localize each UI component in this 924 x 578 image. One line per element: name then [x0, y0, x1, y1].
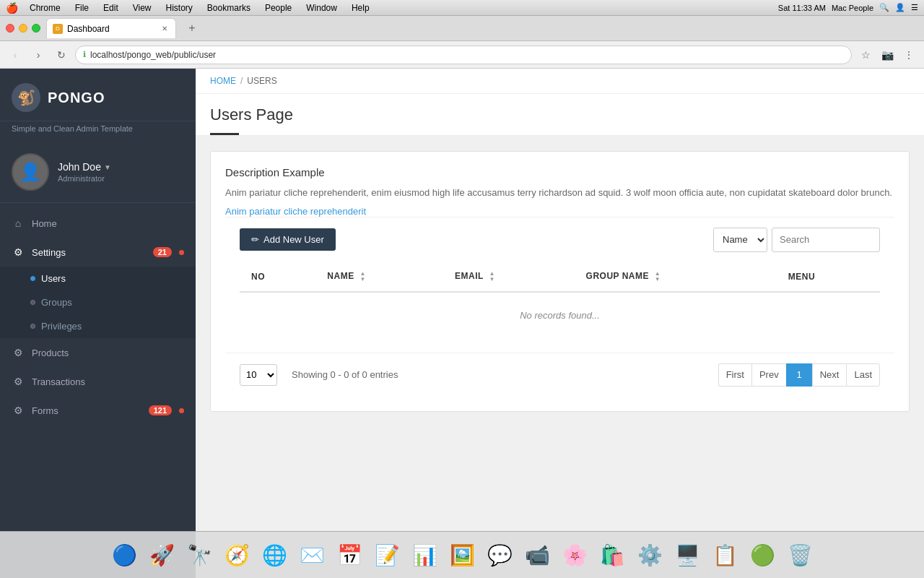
dock-photos[interactable]: 🌸 — [557, 538, 592, 572]
col-menu: MENU — [777, 262, 880, 292]
no-records-message: No records found... — [240, 292, 880, 338]
description-link[interactable]: Anim pariatur cliche reprehenderit — [225, 206, 366, 217]
lock-icon: ℹ — [83, 50, 86, 59]
add-new-user-button[interactable]: ✏ Add New User — [240, 228, 336, 251]
pagination-next-button[interactable]: Next — [812, 363, 847, 387]
screenshot-icon[interactable]: 📷 — [878, 46, 897, 64]
back-button[interactable]: ‹ — [6, 46, 25, 64]
reload-button[interactable]: ↻ — [52, 46, 71, 64]
breadcrumb-home[interactable]: HOME — [210, 76, 236, 86]
sidebar-item-groups[interactable]: Groups — [0, 290, 196, 314]
sidebar-item-products[interactable]: ⚙ Products — [0, 338, 196, 367]
search-input[interactable] — [772, 228, 880, 252]
menubar-search-icon[interactable]: 🔍 — [879, 3, 889, 12]
group-sort-down-icon: ▼ — [655, 277, 661, 282]
brand-tagline: Simple and Clean Admin Template — [0, 121, 196, 142]
dock-finder[interactable]: 🔵 — [107, 538, 141, 572]
menu-people[interactable]: People — [262, 3, 295, 13]
window-maximize-button[interactable] — [32, 24, 40, 33]
menu-view[interactable]: View — [130, 3, 154, 13]
menu-bookmarks[interactable]: Bookmarks — [204, 3, 253, 13]
pagination-page-1-button[interactable]: 1 — [786, 363, 812, 387]
table-header-row: NO NAME ▲ ▼ — [240, 262, 880, 292]
email-sort-down-icon: ▼ — [489, 277, 495, 282]
menu-window[interactable]: Window — [303, 3, 340, 13]
apple-menu-icon[interactable]: 🍎 — [6, 2, 18, 14]
sidebar-item-settings[interactable]: ⚙ Settings 21 — [0, 238, 196, 267]
sidebar-user[interactable]: 👤 John Doe ▼ Administrator — [0, 142, 196, 203]
main-content: HOME / USERS Users Page Description Exam… — [196, 69, 924, 578]
chrome-tab-dashboard[interactable]: D Dashboard ✕ — [46, 18, 176, 38]
dock-slides[interactable]: 🖼️ — [445, 538, 479, 572]
sidebar-item-forms-label: Forms — [32, 405, 141, 416]
dock-trash[interactable]: 🗑️ — [783, 538, 817, 572]
sidebar-item-privileges[interactable]: Privileges — [0, 314, 196, 338]
table-search: Name Email Group — [713, 228, 880, 252]
dock-messages[interactable]: 💬 — [482, 538, 517, 572]
pagination-prev-button[interactable]: Prev — [751, 363, 786, 387]
new-tab-button[interactable]: + — [182, 18, 202, 38]
pagination-first-button[interactable]: First — [718, 363, 751, 387]
home-icon: ⌂ — [12, 217, 25, 229]
brand-name: PONGO — [48, 90, 105, 106]
menu-help[interactable]: Help — [349, 3, 372, 13]
window-close-button[interactable] — [6, 24, 14, 33]
add-button-label: Add New User — [263, 234, 324, 245]
chrome-titlebar: D Dashboard ✕ + — [0, 16, 924, 41]
description-text: Anim pariatur cliche reprehenderit, enim… — [225, 186, 894, 200]
sidebar: 🐒 PONGO Simple and Clean Admin Template … — [0, 69, 196, 578]
col-email[interactable]: EMAIL ▲ ▼ — [443, 262, 574, 292]
menubar-user-icon[interactable]: 👤 — [895, 3, 905, 12]
search-column-select[interactable]: Name Email Group — [713, 228, 767, 252]
forms-badge: 121 — [149, 405, 172, 415]
address-bar[interactable]: ℹ localhost/pongo_web/public/user — [75, 46, 852, 64]
dock-launchpad[interactable]: 🚀 — [144, 538, 179, 572]
forward-button[interactable]: › — [29, 46, 48, 64]
col-group-name[interactable]: GROUP NAME ▲ ▼ — [575, 262, 777, 292]
dock-excel[interactable]: 📊 — [407, 538, 442, 572]
settings-dot — [179, 250, 184, 255]
page-title-underline — [210, 133, 239, 135]
breadcrumb-users: USERS — [247, 76, 276, 86]
menu-file[interactable]: File — [72, 3, 92, 13]
dock-mail[interactable]: ✉️ — [295, 538, 329, 572]
bookmark-star-icon[interactable]: ☆ — [856, 46, 875, 64]
sidebar-item-users[interactable]: Users — [0, 267, 196, 290]
sidebar-item-home[interactable]: ⌂ Home — [0, 209, 196, 238]
menu-history[interactable]: History — [163, 3, 196, 13]
menubar-menu-icon[interactable]: ☰ — [911, 3, 918, 12]
user-role: Administrator — [58, 174, 184, 183]
pagination-controls: First Prev 1 Next Last — [718, 363, 880, 387]
menubar-appname: Mac People — [832, 4, 873, 12]
user-avatar: 👤 — [12, 153, 49, 191]
col-no: NO — [240, 262, 315, 292]
menu-edit[interactable]: Edit — [100, 3, 121, 13]
dock-chrome[interactable]: 🌐 — [257, 538, 292, 572]
table-toolbar: ✏ Add New User Name Email Group — [225, 217, 894, 262]
dock-safari[interactable]: 🧭 — [219, 538, 254, 572]
dock-dashboard[interactable]: 🔭 — [182, 538, 217, 572]
settings-subnav: Users Groups Privileges — [0, 267, 196, 338]
privileges-label: Privileges — [41, 321, 82, 332]
col-name[interactable]: NAME ▲ ▼ — [315, 262, 443, 292]
dock-terminal[interactable]: 🖥️ — [670, 538, 705, 572]
sidebar-item-transactions[interactable]: ⚙ Transactions — [0, 367, 196, 396]
dock-appstore[interactable]: 🛍️ — [595, 538, 629, 572]
app-container: 🐒 PONGO Simple and Clean Admin Template … — [0, 69, 924, 578]
chrome-menu-icon[interactable]: ⋮ — [899, 46, 918, 64]
dock-facetime[interactable]: 📹 — [520, 538, 554, 572]
window-minimize-button[interactable] — [19, 24, 27, 33]
settings-badge: 21 — [153, 247, 172, 257]
dock-word[interactable]: 📝 — [370, 538, 404, 572]
pagination-last-button[interactable]: Last — [846, 363, 880, 387]
sidebar-item-forms[interactable]: ⚙ Forms 121 — [0, 396, 196, 425]
per-page-select[interactable]: 10 25 50 100 — [240, 364, 277, 386]
content-area: Description Example Anim pariatur cliche… — [196, 137, 924, 426]
page-title: Users Page — [210, 105, 910, 124]
dock-calendar[interactable]: 📅 — [332, 538, 367, 572]
dock-sublime[interactable]: 📋 — [707, 538, 742, 572]
menu-chrome[interactable]: Chrome — [27, 3, 64, 13]
dock-node[interactable]: 🟢 — [745, 538, 780, 572]
dock-prefs[interactable]: ⚙️ — [632, 538, 667, 572]
tab-close-button[interactable]: ✕ — [160, 24, 170, 34]
